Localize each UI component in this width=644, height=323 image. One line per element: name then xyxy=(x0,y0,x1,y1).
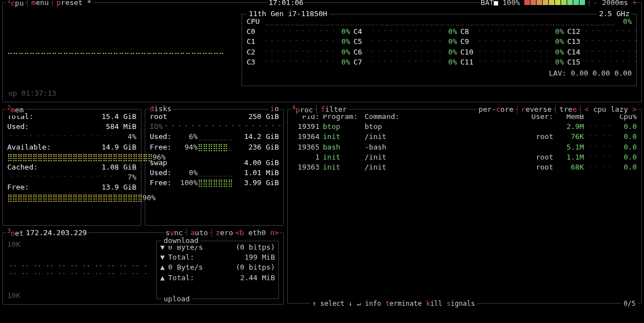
proc-tab[interactable]: 4proc xyxy=(291,104,314,116)
cpu-freq: 2.5 GHz xyxy=(597,9,632,19)
cpu-core-C5: C5⠐⠐⠐⠐⠐⠐⠐⠐⠐⠐⠐⠐0% xyxy=(353,37,457,47)
cpu-core-C0: C0⠐⠐⠐⠐⠐⠐⠐⠐⠐⠐⠐⠐0% xyxy=(247,27,350,37)
cpu-core-C12: C12⠐⠐⠐⠐⠐⠐⠐⠐⠐⠐⠐⠐0% xyxy=(567,27,644,37)
battery-indicator: BAT■ 100% xyxy=(480,0,587,8)
tree-toggle[interactable]: tree xyxy=(558,105,578,115)
table-row[interactable]: 1init/initroot1.1M⠐⠐⠐⠐0.0 xyxy=(292,152,637,162)
cpu-core-C8: C8⠐⠐⠐⠐⠐⠐⠐⠐⠐⠐⠐⠐0% xyxy=(460,27,564,37)
io-toggle[interactable]: io xyxy=(269,104,280,114)
cpu-cores-panel: 11th Gen i7-11850H 2.5 GHz CPU ⣀⣀⣀⣀⣀⣀⣀⣀⣀… xyxy=(242,14,637,86)
net-ip: 172.24.203.229 xyxy=(25,228,89,238)
percore-toggle[interactable]: per-core xyxy=(478,105,515,115)
cpu-core-C7: C7⠐⠐⠐⠐⠐⠐⠐⠐⠐⠐⠐⠐0% xyxy=(353,57,457,67)
interval-control[interactable]: - 2000ms + xyxy=(592,0,638,8)
cpu-graph: ⠒⠒⠒⠒⠒⠒⠒⠒⠒⠒⠒⠒⠒⠒⠒⠒⠒⠒⠒⠒⠒⠒⠒⠒⠒⠒⠒⠒⠒⠒⠒⠒⠒⠒⠒⠒⠒⠒⠒⠒… xyxy=(7,17,224,84)
cpu-core-C9: C9⠐⠐⠐⠐⠐⠐⠐⠐⠐⠐⠐⠐0% xyxy=(460,37,564,47)
net-scale-top: 10K xyxy=(7,240,20,250)
clock: 17:01:06 xyxy=(268,0,305,8)
cpu-core-C4: C4⠐⠐⠐⠐⠐⠐⠐⠐⠐⠐⠐⠐0% xyxy=(353,27,457,37)
table-row[interactable]: 19391btopbtop2.9M⠐⠐⠐⠐0.0 xyxy=(292,122,637,132)
cpu-tab[interactable]: 1ccpupu xyxy=(6,0,25,9)
disks-panel: disks io root250 GiB IO%⠐⠐⠐⠐⠐⠐⠐⠐⠐⠐⠐⠐⠐⠐⠐⠐… xyxy=(145,109,284,226)
cpu-core-C10: C10⠐⠐⠐⠐⠐⠐⠐⠐⠐⠐⠐⠐0% xyxy=(460,47,564,57)
signals-button[interactable]: signals xyxy=(445,299,478,309)
cpu-model: 11th Gen i7-11850H xyxy=(247,9,330,19)
uptime: up 01:37:13 xyxy=(8,88,56,98)
select-hint: ↑ select ↓ xyxy=(310,299,355,309)
pager: 0/5 xyxy=(621,299,638,309)
table-row[interactable]: 19364init/initroot76K⠐⠐⠐⠐0.0 xyxy=(292,132,637,142)
load-average: 0.00 0.00 0.00 xyxy=(571,69,632,77)
proc-panel: 4proc ┤ filter per-core ┤ reverse ┤ tree… xyxy=(287,109,642,304)
table-row[interactable]: 19363init/initroot68K⠐⠐⠐⠐0.0 xyxy=(292,162,637,172)
cpu-core-C2: C2⠐⠐⠐⠐⠐⠐⠐⠐⠐⠐⠐⠐0% xyxy=(247,47,350,57)
cpu-core-C11: C11⠐⠐⠐⠐⠐⠐⠐⠐⠐⠐⠐⠐0% xyxy=(460,57,564,67)
net-tab[interactable]: 3net xyxy=(6,227,25,239)
zero-toggle[interactable]: zero xyxy=(214,228,234,238)
menu-button[interactable]: menu xyxy=(30,0,50,8)
kill-button[interactable]: kill xyxy=(424,299,445,309)
disks-tab[interactable]: disks xyxy=(149,104,173,114)
cpu-core-C6: C6⠐⠐⠐⠐⠐⠐⠐⠐⠐⠐⠐⠐0% xyxy=(353,47,457,57)
cpu-core-C1: C1⠐⠐⠐⠐⠐⠐⠐⠐⠐⠐⠐⠐0% xyxy=(247,37,350,47)
reverse-toggle[interactable]: reverse xyxy=(520,105,553,115)
net-scale-bottom: 10K xyxy=(7,291,20,301)
net-panel: 3net 172.24.203.229 sync ┤ auto ┤ zero <… xyxy=(2,232,284,305)
table-row[interactable]: 19365bash-bash5.1M⠐⠐⠐⠐0.0 xyxy=(292,142,637,152)
preset-button[interactable]: preset * xyxy=(55,0,92,8)
cpu-core-C13: C13⠐⠐⠐⠐⠐⠐⠐⠐⠐⠐⠐⠐0% xyxy=(567,37,644,47)
cpu-core-C14: C14⠐⠐⠐⠐⠐⠐⠐⠐⠐⠐⠐⠐0% xyxy=(567,47,644,57)
mem-panel: 2mem Total:15.4 GiB Used:584 MiB ⠐⠐⠐⠐⠐⠐⠐… xyxy=(2,109,141,226)
terminate-button[interactable]: terminate xyxy=(384,299,424,309)
sort-control[interactable]: < cpu lazy > xyxy=(583,105,638,115)
mem-tab[interactable]: 2mem xyxy=(6,104,25,116)
net-stats-panel: download ▼0 Byte/s(0 bitps) ▼Total:199 M… xyxy=(156,241,279,299)
cpu-panel: 1ccpupu ┤ menu ┤ preset * 17:01:06 BAT■ … xyxy=(2,2,642,102)
iface-selector[interactable]: <b eth0 n> xyxy=(234,228,280,238)
info-hint[interactable]: ↵ info xyxy=(355,299,383,309)
cpu-core-C3: C3⠐⠐⠐⠐⠐⠐⠐⠐⠐⠐⠐⠐0% xyxy=(247,57,350,67)
filter-button[interactable]: filter xyxy=(319,105,348,115)
cpu-core-C15: C15⠐⠐⠐⠐⠐⠐⠐⠐⠐⠐⠐⠐0% xyxy=(567,57,644,67)
